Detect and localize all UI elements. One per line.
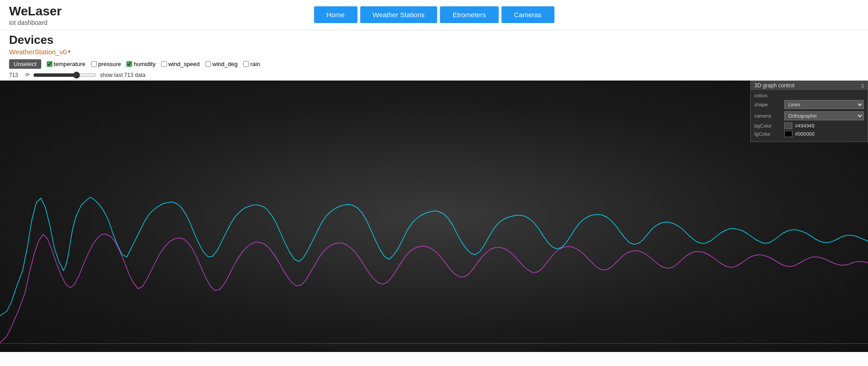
checkbox-humidity[interactable]: humidity (126, 61, 155, 67)
devices-header: Devices WeatherStation_v0 ▾ (0, 30, 868, 57)
checkbox-temperature[interactable]: temperature (47, 61, 86, 67)
unselect-button[interactable]: Unselect (9, 59, 41, 69)
fgcolor-label: fgColor (754, 131, 782, 137)
device-name: WeatherStation_v0 (9, 48, 67, 56)
nav-weather-stations[interactable]: Weather Stations (360, 6, 437, 23)
header: WeLaser iot dashboard Home Weather Stati… (0, 0, 868, 30)
shape-select[interactable]: Lines Points Bars (784, 100, 864, 109)
minimize-button[interactable]: || (861, 83, 864, 88)
checkbox-wind-deg[interactable]: wind_deg (205, 61, 238, 67)
checkbox-rain[interactable]: rain (243, 61, 260, 67)
device-selector[interactable]: WeatherStation_v0 ▾ (9, 47, 859, 57)
camera-row: camera Orthographic Perspective (754, 111, 864, 120)
chart-baseline (0, 343, 868, 344)
chart-svg (0, 81, 868, 352)
wind-speed-checkbox[interactable] (161, 61, 167, 67)
fgcolor-hex: #000000 (795, 131, 815, 137)
slider-value-label: 713 (9, 72, 22, 78)
controls-bar: Unselect temperature pressure humidity w… (0, 57, 868, 71)
nav-cameras[interactable]: Cameras (501, 6, 554, 23)
camera-select[interactable]: Orthographic Perspective (784, 111, 864, 120)
slider-icon: ⟳ (25, 72, 29, 78)
nav-etrometers[interactable]: Etrometers (440, 6, 499, 23)
temperature-line (0, 197, 868, 316)
wind-deg-checkbox[interactable] (205, 61, 211, 67)
rain-checkbox[interactable] (243, 61, 249, 67)
pressure-checkbox[interactable] (91, 61, 97, 67)
data-range-slider[interactable] (33, 71, 96, 79)
colors-section-label: colors (754, 93, 864, 98)
brand-subtitle: iot dashboard (9, 19, 62, 26)
slider-text-label: show last 713 data (100, 72, 145, 78)
shape-label: shape (754, 102, 782, 107)
chevron-down-icon: ▾ (68, 48, 71, 55)
checkbox-pressure[interactable]: pressure (91, 61, 121, 67)
fgcolor-row: fgColor #000000 (754, 131, 864, 137)
graph-control-title-text: 3D graph control (754, 82, 795, 89)
nav-home[interactable]: Home (314, 6, 357, 23)
bgcolor-swatch[interactable] (784, 123, 792, 129)
brand-title: WeLaser (9, 4, 62, 19)
graph-control-title: 3D graph control || (751, 81, 868, 90)
main-nav: Home Weather Stations Etrometers Cameras (314, 6, 554, 23)
slider-area: 713 ⟳ show last 713 data (0, 71, 868, 81)
shape-row: shape Lines Points Bars (754, 100, 864, 109)
bgcolor-row: bgColor #494949 (754, 123, 864, 129)
checkbox-wind-speed[interactable]: wind_speed (161, 61, 200, 67)
bgcolor-label: bgColor (754, 123, 782, 128)
humidity-checkbox[interactable] (126, 61, 132, 67)
graph-control-panel: 3D graph control || colors shape Lines P… (750, 81, 868, 142)
temperature-checkbox[interactable] (47, 61, 53, 67)
camera-label: camera (754, 113, 782, 119)
chart-area: 3D graph control || colors shape Lines P… (0, 81, 868, 352)
graph-control-body: colors shape Lines Points Bars camera Or… (751, 90, 868, 142)
fgcolor-swatch[interactable] (784, 131, 792, 137)
bgcolor-hex: #494949 (795, 123, 815, 128)
devices-title: Devices (9, 33, 859, 47)
brand: WeLaser iot dashboard (9, 4, 62, 26)
